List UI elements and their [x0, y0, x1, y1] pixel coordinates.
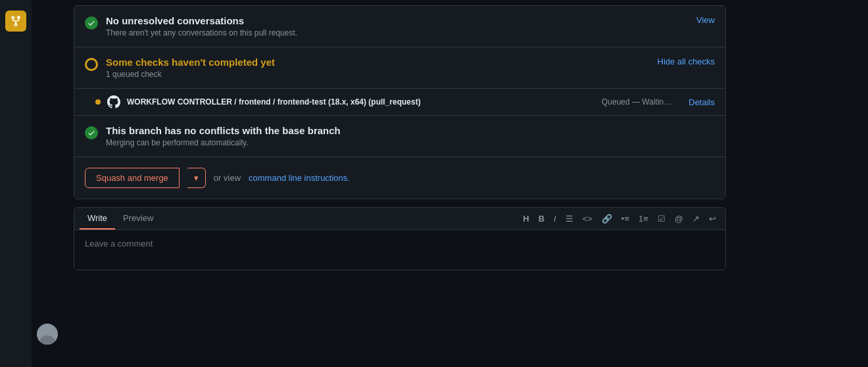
command-line-instructions-link[interactable]: command line instructions. — [249, 173, 350, 183]
numbered-list-icon-btn[interactable]: 1≡ — [635, 211, 652, 226]
no-conflicts-section: This branch has no conflicts with the ba… — [74, 116, 725, 157]
git-merge-icon — [5, 11, 26, 32]
workflow-row: WORKFLOW CONTROLLER / frontend / fronten… — [74, 89, 725, 116]
right-spacer — [736, 0, 868, 367]
no-conversations-subtitle: There aren't yet any conversations on th… — [106, 28, 297, 37]
comment-placeholder: Leave a comment — [85, 239, 153, 249]
hide-all-checks-link[interactable]: Hide all checks — [658, 57, 715, 66]
no-conversations-title: No unresolved conversations — [106, 15, 297, 26]
heading-icon-btn[interactable]: H — [519, 211, 533, 226]
view-conversations-link[interactable]: View — [696, 15, 715, 25]
workflow-details-link[interactable]: Details — [688, 97, 715, 107]
no-conversations-inner: No unresolved conversations There aren't… — [106, 15, 715, 37]
no-conversations-section: No unresolved conversations There aren't… — [74, 6, 725, 47]
left-sidebar — [0, 0, 32, 367]
workflow-status-dot — [95, 99, 101, 105]
avatar-sidebar — [32, 0, 63, 367]
code-icon-btn[interactable]: <> — [579, 211, 596, 226]
no-conflicts-subtitle: Merging can be performed automatically. — [106, 138, 341, 147]
no-conversations-text: No unresolved conversations There aren't… — [106, 15, 297, 37]
squash-merge-dropdown-button[interactable]: ▾ — [187, 168, 206, 188]
conversations-status-icon — [85, 16, 98, 30]
svg-point-0 — [43, 328, 51, 335]
task-list-icon-btn[interactable]: ☑ — [654, 211, 669, 226]
squash-merge-button[interactable]: Squash and merge — [85, 168, 180, 188]
merge-section: Squash and merge ▾ or view command line … — [74, 157, 725, 199]
pending-checks-inner: Some checks haven't completed yet 1 queu… — [106, 57, 715, 79]
pending-checks-title: Some checks haven't completed yet — [106, 57, 275, 68]
italic-icon-btn[interactable]: I — [550, 211, 560, 226]
link-icon-btn[interactable]: 🔗 — [598, 211, 616, 226]
pending-checks-icon — [85, 58, 98, 71]
no-conflicts-status-icon — [85, 126, 98, 139]
workflow-name: WORKFLOW CONTROLLER / frontend / fronten… — [127, 97, 595, 107]
main-content: No unresolved conversations There aren't… — [63, 0, 736, 367]
bullet-list-icon-btn[interactable]: •≡ — [617, 211, 633, 226]
pr-checks-container: No unresolved conversations There aren't… — [74, 5, 726, 199]
workflow-status-text: Queued — Waitin… — [602, 97, 671, 107]
comment-box: Write Preview H B I ☰ <> 🔗 •≡ 1≡ ☑ @ ↗ ↩… — [74, 207, 726, 270]
avatar — [37, 324, 58, 345]
comment-toolbar: Write Preview H B I ☰ <> 🔗 •≡ 1≡ ☑ @ ↗ ↩ — [74, 208, 725, 230]
mention-icon-btn[interactable]: @ — [671, 211, 687, 226]
comment-body[interactable]: Leave a comment — [74, 230, 725, 270]
list-unordered-icon-btn[interactable]: ☰ — [562, 211, 577, 226]
pending-checks-subtitle: 1 queued check — [106, 70, 275, 79]
write-tab[interactable]: Write — [80, 208, 115, 230]
undo-icon-btn[interactable]: ↩ — [705, 211, 720, 226]
github-icon — [107, 95, 120, 109]
pending-checks-text: Some checks haven't completed yet 1 queu… — [106, 57, 275, 79]
bold-icon-btn[interactable]: B — [535, 211, 548, 226]
toolbar-icons: H B I ☰ <> 🔗 •≡ 1≡ ☑ @ ↗ ↩ — [519, 208, 720, 229]
svg-point-1 — [40, 335, 55, 345]
pending-checks-section: Some checks haven't completed yet 1 queu… — [74, 47, 725, 89]
preview-tab[interactable]: Preview — [115, 208, 161, 230]
no-conflicts-text: This branch has no conflicts with the ba… — [106, 125, 341, 147]
dropdown-chevron-icon: ▾ — [194, 173, 199, 183]
no-conflicts-title: This branch has no conflicts with the ba… — [106, 125, 341, 136]
merge-or-text: or view — [214, 173, 241, 183]
reference-icon-btn[interactable]: ↗ — [688, 211, 704, 226]
